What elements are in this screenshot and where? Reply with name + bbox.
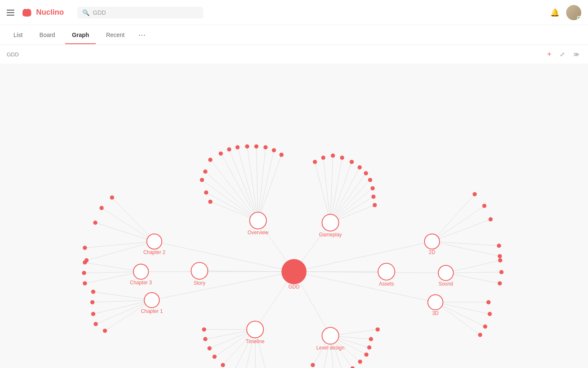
node-level-design[interactable] xyxy=(322,327,339,344)
svg-point-98 xyxy=(357,165,362,169)
svg-point-145 xyxy=(488,312,492,316)
svg-point-95 xyxy=(331,154,335,158)
logo-icon xyxy=(21,8,33,18)
svg-point-102 xyxy=(371,195,375,199)
node-timeline[interactable] xyxy=(247,321,263,338)
center-node[interactable] xyxy=(281,259,307,284)
node-chapter2[interactable] xyxy=(147,234,162,249)
svg-point-101 xyxy=(370,186,375,191)
more-options-icon[interactable]: ⋯ xyxy=(135,25,149,45)
node-level-design-label: Level design xyxy=(316,345,344,351)
svg-line-9 xyxy=(294,241,432,272)
header: Nuclino 🔍 🔔 xyxy=(0,0,588,25)
svg-point-119 xyxy=(364,352,368,357)
svg-point-136 xyxy=(472,192,477,196)
svg-point-125 xyxy=(93,220,97,225)
svg-point-83 xyxy=(236,145,240,149)
search-bar[interactable]: 🔍 xyxy=(77,7,203,19)
add-button[interactable]: + xyxy=(545,48,553,61)
svg-point-132 xyxy=(90,300,94,304)
svg-line-12 xyxy=(210,160,258,220)
svg-point-120 xyxy=(367,345,371,349)
notification-bell-icon[interactable]: 🔔 xyxy=(550,8,559,17)
svg-point-100 xyxy=(368,178,372,182)
expand-button[interactable]: ⤢ xyxy=(558,49,567,59)
search-input[interactable] xyxy=(93,9,198,16)
svg-line-78 xyxy=(436,302,486,327)
tab-board[interactable]: Board xyxy=(33,26,62,44)
search-icon: 🔍 xyxy=(82,9,89,16)
svg-point-99 xyxy=(364,171,368,175)
svg-point-138 xyxy=(488,217,493,221)
svg-point-130 xyxy=(83,281,87,286)
node-3d[interactable] xyxy=(428,295,443,310)
node-chapter1-label: Chapter 1 xyxy=(141,308,163,314)
svg-point-140 xyxy=(498,254,502,258)
node-chapter3[interactable] xyxy=(134,264,149,279)
graph-area[interactable]: GDD Overview Gameplay Story Assets Timel… xyxy=(0,64,588,368)
svg-line-68 xyxy=(432,194,475,242)
node-2d-label: 2D xyxy=(429,249,436,255)
breadcrumb-bar: GDD + ⤢ ≫ xyxy=(0,45,588,64)
svg-line-26 xyxy=(323,158,331,222)
svg-point-128 xyxy=(83,260,87,265)
svg-point-85 xyxy=(254,144,258,148)
node-overview[interactable] xyxy=(249,212,266,229)
svg-point-146 xyxy=(483,324,487,328)
online-indicator xyxy=(577,16,581,20)
node-sound[interactable] xyxy=(438,265,454,281)
center-node-label: GDD xyxy=(289,284,300,290)
svg-point-86 xyxy=(263,145,268,149)
tab-list[interactable]: List xyxy=(7,26,29,44)
svg-line-28 xyxy=(331,158,342,222)
svg-point-90 xyxy=(200,178,204,182)
node-story-label: Story xyxy=(194,280,205,286)
svg-point-91 xyxy=(204,191,208,195)
svg-line-6 xyxy=(152,272,294,300)
node-chapter1[interactable] xyxy=(144,293,159,308)
logo[interactable]: Nuclino xyxy=(21,8,64,18)
svg-point-94 xyxy=(321,156,326,160)
breadcrumb: GDD xyxy=(7,51,19,58)
svg-point-105 xyxy=(203,337,207,341)
svg-line-67 xyxy=(105,300,152,331)
menu-button[interactable] xyxy=(7,10,14,16)
svg-point-80 xyxy=(208,158,213,162)
svg-line-21 xyxy=(205,172,258,221)
node-chapter3-label: Chapter 3 xyxy=(130,280,152,286)
svg-line-74 xyxy=(446,272,501,273)
svg-line-63 xyxy=(93,292,152,300)
node-2d[interactable] xyxy=(425,234,440,249)
svg-point-123 xyxy=(110,196,114,200)
svg-point-141 xyxy=(498,258,502,262)
svg-line-64 xyxy=(92,300,152,302)
node-gameplay[interactable] xyxy=(322,214,339,231)
svg-line-25 xyxy=(315,162,331,222)
svg-point-93 xyxy=(313,160,317,164)
svg-point-118 xyxy=(358,360,362,364)
avatar[interactable] xyxy=(566,5,581,20)
svg-point-88 xyxy=(279,153,284,157)
svg-line-61 xyxy=(84,272,141,273)
svg-point-104 xyxy=(202,327,206,331)
logo-text: Nuclino xyxy=(36,8,64,17)
node-assets-label: Assets xyxy=(379,281,394,287)
node-assets[interactable] xyxy=(378,263,395,280)
svg-point-139 xyxy=(497,244,501,248)
svg-line-75 xyxy=(446,273,500,283)
svg-point-106 xyxy=(207,346,212,350)
svg-point-133 xyxy=(91,312,95,316)
nav-tabs: List Board Graph Recent ⋯ xyxy=(0,25,588,45)
svg-point-131 xyxy=(91,290,95,294)
svg-point-97 xyxy=(349,160,354,164)
tab-recent[interactable]: Recent xyxy=(99,26,131,44)
tab-graph[interactable]: Graph xyxy=(65,26,96,44)
svg-line-7 xyxy=(154,241,294,272)
svg-line-11 xyxy=(294,272,436,302)
node-story[interactable] xyxy=(191,262,208,279)
svg-point-129 xyxy=(82,271,86,275)
svg-point-81 xyxy=(219,151,223,156)
svg-line-60 xyxy=(85,262,141,272)
collapse-button[interactable]: ≫ xyxy=(572,49,581,59)
svg-point-137 xyxy=(482,204,486,208)
